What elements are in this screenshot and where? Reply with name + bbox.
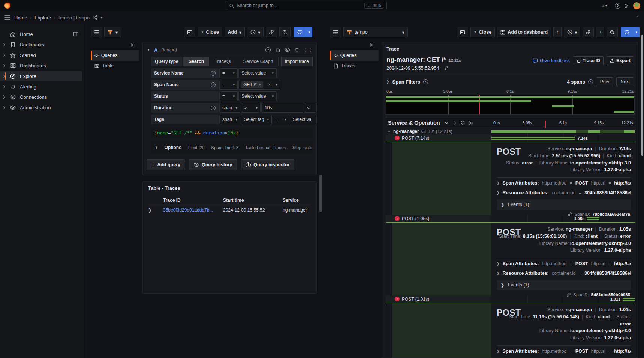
breadcrumb-chevron-icon[interactable]: ▾ [101, 16, 102, 19]
span-bar[interactable] [623, 298, 635, 301]
expand-chevron-icon[interactable]: ❯ [2, 74, 6, 78]
service-name-value-select[interactable]: Select value▾ [238, 68, 277, 78]
span-bar[interactable] [491, 137, 575, 140]
expand-all-icon[interactable] [469, 121, 474, 125]
expand-chevron-icon[interactable]: ❯ [2, 85, 6, 88]
trace-id-link[interactable]: 35be0f3d29a01adda7b... [163, 207, 223, 213]
collapse-one-icon[interactable] [445, 121, 449, 124]
col-trace-id[interactable]: Trace ID [163, 198, 223, 203]
sidebar-item-alerting[interactable]: ❯ Alerting [0, 82, 82, 91]
page-scrollbar[interactable] [641, 35, 643, 156]
span-bar[interactable] [587, 217, 599, 220]
zoom-out-time-button[interactable] [279, 27, 291, 37]
span-row-root[interactable]: ▾ ng-manager GET /* (12.21s) [386, 128, 635, 134]
add-to-dashboard-button[interactable]: Add to dashboard [497, 27, 551, 37]
duration-scope-select[interactable]: span▾ [219, 103, 240, 113]
left-pane-scrollbar[interactable] [319, 175, 322, 212]
time-range-picker[interactable]: ▾ [564, 27, 580, 37]
tab-traceql[interactable]: TraceQL [209, 57, 238, 66]
expand-chevron-icon[interactable]: ❯ [2, 95, 6, 99]
export-button[interactable]: Export [607, 56, 634, 65]
tags-scope-select[interactable]: span▾ [219, 115, 240, 124]
chevron-right-icon[interactable]: ❯ [386, 80, 389, 84]
collapse-toolbar-button[interactable]: ⌃ [637, 16, 640, 20]
search-input[interactable]: Search or jump to... ⌘+k [226, 1, 387, 10]
datasource-picker[interactable]: tempo ▾ [343, 27, 408, 37]
rail-item-table[interactable]: Table [91, 61, 139, 71]
resource-attributes-row[interactable]: ❯ Resource Attributes: container.id=304f… [497, 188, 631, 198]
user-avatar[interactable] [633, 2, 640, 9]
query-options-row[interactable]: ❯ Options Limit: 20 Spans Limit: 3 Table… [151, 141, 313, 154]
copy-link-button[interactable] [266, 27, 277, 37]
events-row[interactable]: ❯ Events (1) [497, 199, 631, 210]
clear-value-icon[interactable]: × [268, 82, 271, 87]
split-pane-button[interactable] [184, 27, 195, 37]
run-query-button[interactable]: ▾ [621, 27, 640, 37]
drag-handle-icon[interactable]: ⋮⋮ [304, 48, 313, 52]
duration-operator-select[interactable]: >▾ [241, 103, 261, 113]
query-rows-list-button[interactable] [330, 27, 341, 37]
new-menu-button[interactable]: +▾ [601, 3, 607, 9]
share-icon[interactable] [93, 15, 98, 20]
col-service[interactable]: Service [283, 198, 311, 203]
query-rows-list-button[interactable] [91, 27, 102, 37]
breadcrumb-home[interactable]: Home [14, 15, 27, 21]
col-start-time[interactable]: Start time [223, 198, 283, 203]
status-operator-select[interactable]: =▾ [219, 91, 238, 101]
time-range-picker[interactable]: ▾ [247, 27, 264, 37]
rail-item-queries[interactable]: <> Queries [330, 50, 379, 61]
duplicate-query-icon[interactable] [275, 48, 280, 52]
breadcrumb-explore[interactable]: Explore [34, 15, 51, 21]
time-shift-back-button[interactable]: ‹ [553, 27, 562, 37]
give-feedback-link[interactable]: Give feedback [533, 58, 570, 63]
trace-timeline-minimap[interactable] [386, 95, 635, 115]
tags-value-select[interactable]: Select va [290, 115, 316, 124]
zoom-out-time-button[interactable] [607, 27, 618, 37]
span-row-post-3[interactable]: ! POST (1.01s) 1.01s [386, 295, 635, 303]
expand-one-icon[interactable] [453, 121, 456, 125]
close-pane-button[interactable]: ×Close [198, 27, 222, 37]
news-button[interactable] [624, 3, 629, 8]
next-span-button[interactable]: Next [616, 77, 634, 86]
sidebar-item-bookmarks[interactable]: ❯ Bookmarks [0, 40, 82, 49]
tags-operator-select[interactable]: =▾ [273, 115, 289, 124]
tab-search[interactable]: Search [183, 57, 210, 66]
span-bar[interactable] [491, 130, 635, 133]
time-shift-forward-button[interactable]: › [596, 27, 604, 37]
span-row-post-2[interactable]: ! POST (1.05s) 1.05s [386, 215, 635, 222]
span-filters-label[interactable]: Span Filters [392, 79, 420, 85]
collapse-rail-button[interactable] [330, 42, 379, 50]
collapse-query-chevron[interactable]: ▾ [147, 48, 150, 52]
datasource-picker[interactable]: ▾ [104, 27, 121, 37]
span-attributes-row[interactable]: ❯ Span Attributes: http.method=POST http… [497, 178, 631, 188]
sidebar-item-starred[interactable]: ❯ Starred [0, 50, 82, 60]
collapse-children-chevron[interactable]: ▾ [387, 130, 391, 133]
span-name-operator-select[interactable]: =▾ [219, 80, 238, 90]
span-attributes-row[interactable]: ❯ Span Attributes: http.method=POST http… [497, 259, 631, 268]
sidebar-item-administration[interactable]: ❯ Administration [0, 103, 82, 112]
mega-menu-toggle[interactable] [4, 15, 10, 20]
prev-span-button[interactable]: Prev [596, 77, 614, 86]
duration-value-input[interactable]: 10s [261, 103, 303, 113]
duration-max-operator-select[interactable]: < [304, 103, 316, 113]
rail-item-traces[interactable]: Traces [330, 61, 379, 71]
hide-query-icon[interactable] [285, 48, 290, 52]
split-pane-button[interactable] [457, 27, 468, 37]
copy-link-button[interactable] [583, 27, 594, 37]
add-query-button[interactable]: +Add query [147, 159, 185, 170]
run-query-options-chevron[interactable]: ▾ [306, 27, 312, 37]
expand-chevron-icon[interactable]: ❯ [2, 53, 6, 57]
service-name-operator-select[interactable]: =▾ [219, 68, 238, 78]
dock-menu-icon[interactable] [73, 31, 78, 37]
resource-attributes-row[interactable]: ❯ Resource Attributes: container.id=304f… [497, 268, 631, 278]
sidebar-item-explore[interactable]: ❯ Explore [0, 71, 82, 81]
query-history-button[interactable]: Query history [189, 159, 237, 170]
grafana-logo-icon[interactable] [4, 2, 11, 9]
collapse-all-icon[interactable] [461, 121, 465, 125]
table-row[interactable]: ❯ 35be0f3d29a01adda7b... 2024-12-09 15:5… [148, 205, 311, 215]
expand-chevron-icon[interactable]: ❯ [2, 64, 6, 67]
close-pane-button[interactable]: ×Close [470, 27, 495, 37]
run-query-options-chevron[interactable]: ▾ [633, 27, 640, 37]
tab-service-graph[interactable]: Service Graph [238, 57, 279, 66]
sidebar-item-home[interactable]: Home [0, 29, 82, 39]
